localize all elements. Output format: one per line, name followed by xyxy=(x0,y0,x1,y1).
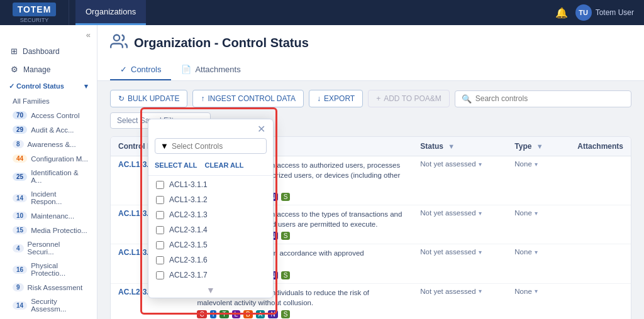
dropdown-list-item[interactable]: ACL2-3.1.3 xyxy=(148,207,273,222)
awareness-badge: 8 xyxy=(13,140,24,148)
dropdown-item-label: ACL2-3.1.6 xyxy=(169,256,208,264)
nav-right: 🔔 TU Totem User xyxy=(555,4,644,21)
dropdown-list-item[interactable]: ACL1-3.1.1 xyxy=(148,177,273,192)
cell-status[interactable]: Not yet assessed ▾ xyxy=(413,244,507,283)
cell-status[interactable]: Not yet assessed ▾ xyxy=(413,156,507,205)
col-header-type[interactable]: Type ▼ xyxy=(507,137,570,156)
cell-type[interactable]: None ▾ xyxy=(507,156,570,205)
cell-type[interactable]: None ▾ xyxy=(507,283,570,319)
tab-controls[interactable]: ✓ Controls xyxy=(110,60,171,80)
incident-badge: 14 xyxy=(13,194,27,202)
incident-label: Incident Respon... xyxy=(31,190,88,205)
ident-label: Identification & A... xyxy=(31,169,88,184)
ident-badge: 25 xyxy=(13,173,27,181)
select-all-button[interactable]: SELECT ALL xyxy=(155,160,197,170)
export-button[interactable]: ↓ EXPORT xyxy=(309,90,363,107)
sidebar-item-security-assess[interactable]: 14 Security Assessm... xyxy=(0,295,97,316)
nav-links: Organizations xyxy=(69,0,555,25)
all-families-label: All Families xyxy=(13,97,50,105)
manage-icon: ⚙ xyxy=(11,65,18,74)
chevron-down-icon: ▾ xyxy=(535,249,538,256)
ingest-data-button[interactable]: ↑ INGEST CONTROL DATA xyxy=(192,90,304,107)
sidebar-item-dashboard[interactable]: ⊞ Dashboard xyxy=(0,42,97,60)
user-menu[interactable]: TU Totem User xyxy=(575,4,634,21)
dropdown-search-icon: ▼ xyxy=(160,141,169,151)
content-body: ↻ BULK UPDATE ↑ INGEST CONTROL DATA ↓ EX… xyxy=(97,81,644,319)
cell-type[interactable]: None ▾ xyxy=(507,205,570,244)
dropdown-checkbox[interactable] xyxy=(156,241,164,249)
cell-status[interactable]: Not yet assessed ▾ xyxy=(413,205,507,244)
awareness-label: Awareness &... xyxy=(28,141,76,148)
clear-all-button[interactable]: CLEAR ALL xyxy=(204,160,243,170)
page-title-icon xyxy=(110,33,128,53)
page-title: Organization - Control Status xyxy=(110,33,631,53)
risk-badge: 9 xyxy=(13,283,24,291)
sidebar-item-media[interactable]: 15 Media Protectio... xyxy=(0,223,97,237)
dropdown-list-item[interactable]: ACL2-3.1.6 xyxy=(148,252,273,268)
ingest-icon: ↑ xyxy=(201,94,204,103)
sidebar-item-system-comm[interactable]: 41 System & Comm... xyxy=(0,316,97,319)
dropdown-search-box[interactable]: ▼ xyxy=(155,138,267,154)
sidebar-control-status-header[interactable]: ✓ Control Status ▾ xyxy=(0,78,97,94)
sidebar-item-awareness[interactable]: 8 Awareness &... xyxy=(0,137,97,151)
dropdown-checkbox[interactable] xyxy=(156,226,164,234)
cell-type[interactable]: None ▾ xyxy=(507,244,570,283)
dropdown-item-label: ACL1-3.1.2 xyxy=(169,195,208,204)
dropdown-checkbox[interactable] xyxy=(156,256,164,264)
chevron-down-icon: ▾ xyxy=(479,210,482,217)
sidebar-item-maintenance[interactable]: 10 Maintenanc... xyxy=(0,208,97,223)
dropdown-search-input[interactable] xyxy=(172,142,266,151)
search-icon: 🔍 xyxy=(462,94,472,104)
logo-text[interactable]: TOTEM xyxy=(13,3,57,16)
dropdown-close-button[interactable]: ✕ xyxy=(255,123,268,136)
tab-bar: ✓ Controls 📄 Attachments xyxy=(110,60,631,80)
add-poaam-button[interactable]: + ADD TO POA&M xyxy=(368,90,450,107)
dropdown-list-item[interactable]: ACL2-3.1.4 xyxy=(148,222,273,237)
search-box[interactable]: 🔍 xyxy=(455,90,631,107)
cell-attachments xyxy=(570,244,631,283)
sidebar-item-personnel[interactable]: 4 Personnel Securi... xyxy=(0,237,97,259)
notifications-icon[interactable]: 🔔 xyxy=(555,7,568,19)
cell-attachments xyxy=(570,205,631,244)
dropdown-checkbox[interactable] xyxy=(156,271,164,279)
dropdown-list-item[interactable]: ACL2-3.1.5 xyxy=(148,237,273,252)
dropdown-checkbox[interactable] xyxy=(156,181,164,189)
sidebar-item-manage[interactable]: ⚙ Manage xyxy=(0,60,97,78)
dropdown-list-item[interactable]: ACL1-3.1.2 xyxy=(148,192,273,207)
add-poaam-icon: + xyxy=(376,94,380,103)
cell-status[interactable]: Not yet assessed ▾ xyxy=(413,283,507,319)
content-header: Organization - Control Status ✓ Controls… xyxy=(97,25,644,81)
sidebar-collapse-button[interactable]: « xyxy=(0,25,97,42)
media-badge: 15 xyxy=(13,226,27,234)
media-label: Media Protectio... xyxy=(31,227,87,234)
tab-attachments[interactable]: 📄 Attachments xyxy=(171,60,250,80)
logo-subtext: SECURITY xyxy=(20,17,49,23)
sidebar: « ⊞ Dashboard ⚙ Manage ✓ Control Status … xyxy=(0,25,97,319)
col-header-status[interactable]: Status ▼ xyxy=(413,137,507,156)
sidebar-label-dashboard: Dashboard xyxy=(23,47,60,56)
config-badge: 44 xyxy=(13,154,27,163)
sidebar-item-incident[interactable]: 14 Incident Respon... xyxy=(0,187,97,208)
filter-icon-status[interactable]: ▼ xyxy=(448,143,455,150)
sidebar-item-identification[interactable]: 25 Identification & A... xyxy=(0,166,97,187)
bulk-update-button[interactable]: ↻ BULK UPDATE xyxy=(110,90,187,107)
sidebar-item-configuration[interactable]: 44 Configuration M... xyxy=(0,151,97,166)
chevron-down-icon: ▾ xyxy=(535,210,538,217)
search-input[interactable] xyxy=(475,94,625,103)
filter-icon-type[interactable]: ▼ xyxy=(536,143,543,150)
sidebar-item-audit[interactable]: 29 Audit & Acc... xyxy=(0,122,97,137)
sidebar-item-access-control[interactable]: 70 Access Control xyxy=(0,108,97,122)
sidebar-item-physical[interactable]: 16 Physical Protectio... xyxy=(0,259,97,280)
scroll-indicator: ▼ xyxy=(148,283,273,298)
username: Totem User xyxy=(596,8,634,17)
dropdown-checkbox[interactable] xyxy=(156,211,164,219)
content-area: Organization - Control Status ✓ Controls… xyxy=(97,25,644,319)
nav-organizations[interactable]: Organizations xyxy=(75,0,146,25)
dropdown-list-item[interactable]: ACL2-3.1.7 xyxy=(148,268,273,283)
dropdown-checkbox[interactable] xyxy=(156,196,164,204)
sec-assess-badge: 14 xyxy=(13,301,27,310)
sidebar-item-risk[interactable]: 9 Risk Assessment xyxy=(0,280,97,295)
dropdown-item-label: ACL2-3.1.3 xyxy=(169,210,208,219)
sidebar-item-all-families[interactable]: All Families xyxy=(0,94,97,108)
dashboard-icon: ⊞ xyxy=(11,46,18,56)
